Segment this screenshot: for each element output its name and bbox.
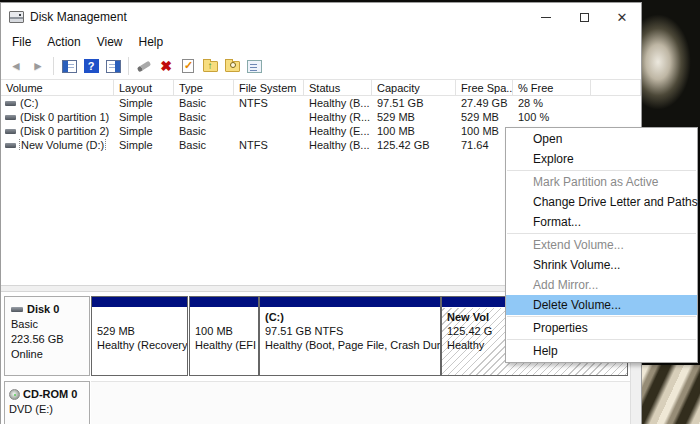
partition-c[interactable]: (C:) 97.51 GB NTFS Healthy (Boot, Page F… <box>259 296 441 376</box>
partition-color-band <box>260 297 440 308</box>
volume-icon <box>5 143 16 148</box>
toolbar: ◄ ► ? ✖ ✓ ↑ <box>1 53 641 79</box>
menu-file[interactable]: File <box>4 32 39 52</box>
volume-list-header: Volume Layout Type File System Status Ca… <box>1 79 641 96</box>
volume-icon <box>5 115 16 120</box>
help-icon: ? <box>84 59 99 73</box>
menu-item-change-drive-letter[interactable]: Change Drive Letter and Paths... <box>506 192 697 212</box>
cdrom-media: DVD (E:) <box>9 402 89 417</box>
menu-bar: File Action View Help <box>1 31 641 53</box>
menu-item-shrink-volume[interactable]: Shrink Volume... <box>506 255 697 275</box>
forward-icon: ► <box>32 59 44 73</box>
help-button[interactable]: ? <box>80 55 102 77</box>
menu-item-mark-partition-active: Mark Partition as Active <box>506 172 697 192</box>
open-folder-icon: ↑ <box>203 61 218 72</box>
menu-item-properties[interactable]: Properties <box>506 318 697 338</box>
minimize-button[interactable] <box>527 3 565 31</box>
disk0-status: Online <box>11 347 89 362</box>
cdrom-name: CD-ROM 0 <box>23 387 77 402</box>
menu-separator <box>507 233 696 234</box>
cdrom-media-area[interactable] <box>91 381 630 424</box>
minimize-icon <box>541 17 551 18</box>
column-header-type[interactable]: Type <box>174 80 234 95</box>
menu-item-delete-volume[interactable]: Delete Volume... <box>506 295 697 315</box>
back-icon: ◄ <box>10 59 22 73</box>
disk-icon <box>11 307 23 312</box>
properties-icon <box>247 60 262 73</box>
forward-button[interactable]: ► <box>27 55 49 77</box>
disk0-name: Disk 0 <box>27 302 59 317</box>
toolbar-separator <box>128 57 129 75</box>
volume-icon <box>5 101 16 106</box>
volume-icon <box>5 129 16 134</box>
console-tree-icon <box>62 60 77 73</box>
partition-recovery[interactable]: 529 MB Healthy (Recovery <box>91 296 188 376</box>
column-header-volume[interactable]: Volume <box>1 80 114 95</box>
context-menu: Open Explore Mark Partition as Active Ch… <box>505 127 698 363</box>
partition-efi[interactable]: 100 MB Healthy (EFI S <box>189 296 259 376</box>
disk0-header-cell[interactable]: Disk 0 Basic 223.56 GB Online <box>4 296 90 376</box>
title-bar[interactable]: Disk Management ✕ <box>1 3 641 31</box>
open-button[interactable]: ↑ <box>199 55 221 77</box>
mark-active-button[interactable]: ✓ <box>177 55 199 77</box>
desktop-wallpaper-bottom <box>642 365 700 424</box>
column-header-percent-free[interactable]: % Free <box>513 80 591 95</box>
back-button[interactable]: ◄ <box>5 55 27 77</box>
maximize-icon <box>580 13 589 22</box>
volume-name: (Disk 0 partition 2) <box>20 125 109 137</box>
volume-name: (Disk 0 partition 1) <box>20 111 109 123</box>
maximize-button[interactable] <box>565 3 603 31</box>
menu-item-format[interactable]: Format... <box>506 212 697 232</box>
properties-button[interactable] <box>243 55 265 77</box>
column-header-layout[interactable]: Layout <box>114 80 174 95</box>
column-header-capacity[interactable]: Capacity <box>372 80 456 95</box>
explore-button[interactable] <box>221 55 243 77</box>
close-button[interactable]: ✕ <box>603 3 641 31</box>
menu-view[interactable]: View <box>89 32 131 52</box>
check-document-icon: ✓ <box>182 59 194 73</box>
toolbar-separator <box>53 57 54 75</box>
menu-separator <box>507 170 696 171</box>
show-console-tree-button[interactable] <box>58 55 80 77</box>
disk0-type: Basic <box>11 317 89 332</box>
menu-item-extend-volume: Extend Volume... <box>506 235 697 255</box>
column-header-filler <box>591 80 641 95</box>
explore-folder-icon <box>225 61 240 72</box>
delete-volume-button[interactable]: ✖ <box>155 55 177 77</box>
window-title: Disk Management <box>30 10 127 24</box>
menu-item-help[interactable]: Help <box>506 341 697 361</box>
menu-help[interactable]: Help <box>131 32 172 52</box>
volume-name-focused: New Volume (D:) <box>20 139 105 151</box>
delete-x-icon: ✖ <box>160 59 172 73</box>
menu-separator <box>507 339 696 340</box>
menu-separator <box>507 316 696 317</box>
menu-item-add-mirror: Add Mirror... <box>506 275 697 295</box>
app-icon <box>9 11 24 23</box>
volume-name: (C:) <box>20 97 38 109</box>
table-row-partition1[interactable]: (Disk 0 partition 1) Simple Basic Health… <box>1 110 641 124</box>
column-header-file-system[interactable]: File System <box>234 80 304 95</box>
column-header-free-space[interactable]: Free Spa... <box>456 80 513 95</box>
column-header-status[interactable]: Status <box>304 80 372 95</box>
cdrom-header-cell[interactable]: CD-ROM 0 DVD (E:) <box>4 381 90 424</box>
menu-item-open[interactable]: Open <box>506 129 697 149</box>
partition-color-band <box>190 297 258 308</box>
screen: Disk Management ✕ File Action View Help … <box>0 0 700 424</box>
table-row-c[interactable]: (C:) Simple Basic NTFS Healthy (B... 97.… <box>1 96 641 110</box>
close-icon: ✕ <box>617 11 628 24</box>
cdrom-row: CD-ROM 0 DVD (E:) <box>4 381 630 424</box>
desktop-wallpaper-top <box>642 0 700 127</box>
action-pane-icon <box>106 60 121 73</box>
cd-icon <box>9 389 20 400</box>
tool-icon <box>137 60 152 72</box>
tool-button[interactable] <box>133 55 155 77</box>
partition-color-band <box>92 297 187 308</box>
menu-item-explore[interactable]: Explore <box>506 149 697 169</box>
show-action-pane-button[interactable] <box>102 55 124 77</box>
disk0-capacity: 223.56 GB <box>11 332 89 347</box>
menu-action[interactable]: Action <box>39 32 88 52</box>
